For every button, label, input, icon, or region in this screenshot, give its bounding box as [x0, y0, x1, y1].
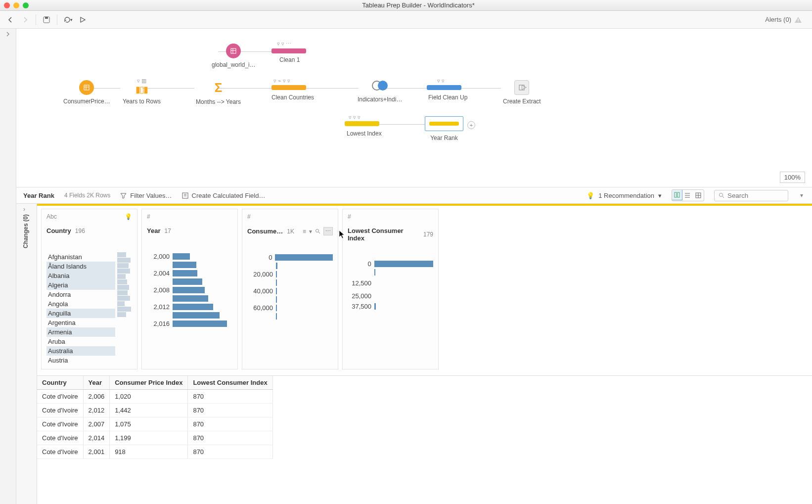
datasource-icon: [79, 80, 94, 95]
flow-node-year-rank[interactable]: + Year Rank: [425, 116, 463, 141]
minimize-window-button[interactable]: [13, 2, 19, 8]
list-view-button[interactable]: [682, 190, 693, 201]
svg-point-12: [316, 229, 319, 232]
table-cell: 2,001: [83, 445, 110, 459]
toolbar-forward-button[interactable]: [18, 13, 33, 27]
sort-icon[interactable]: ≡: [303, 228, 306, 235]
node-mini-icons: ▿ ⌁ ▿ ▿: [273, 78, 290, 84]
table-cell: 1,199: [110, 431, 188, 445]
node-label: Months --> Years: [196, 98, 241, 105]
warning-icon: [794, 16, 802, 24]
step-header-bar: Year Rank 4 Fields 2K Rows Filter Values…: [16, 187, 812, 204]
columns-icon: ▮▯▮: [123, 84, 161, 95]
svg-point-11: [720, 193, 723, 197]
maximize-window-button[interactable]: [23, 2, 29, 8]
create-calc-field-button[interactable]: Create Calculated Field…: [182, 192, 266, 199]
year-histogram: 2,000 2,004 2,008 2,012 2,016: [147, 252, 232, 328]
zoom-level[interactable]: 100%: [780, 172, 805, 183]
chevron-right-icon: [5, 32, 10, 37]
table-row[interactable]: Cote d'Ivoire2,0121,442870: [37, 404, 272, 417]
table-cell: 918: [110, 445, 188, 459]
changes-rail[interactable]: › Changes (0): [16, 204, 37, 504]
node-mini-icons: ▿ ▿: [437, 78, 445, 84]
svg-rect-5: [84, 85, 89, 90]
run-output-icon[interactable]: ▷: [522, 83, 527, 91]
node-mini-icons: ▿ ▿ ⋯: [277, 41, 291, 47]
toolbar-back-button[interactable]: [3, 13, 18, 27]
field-count: 179: [423, 231, 433, 238]
field-name: Country: [46, 227, 71, 234]
table-cell: Cote d'Ivoire: [37, 404, 83, 417]
more-options-button[interactable]: ⋯: [323, 227, 333, 235]
table-cell: 870: [188, 445, 272, 459]
table-row[interactable]: Cote d'Ivoire2,0071,075870: [37, 417, 272, 431]
svg-rect-8: [675, 192, 677, 197]
table-cell: 1,075: [110, 417, 188, 431]
field-card-consume[interactable]: # Consume… 1K ≡ ▾ ⋯ 0: [242, 209, 338, 369]
profile-view-button[interactable]: [672, 189, 682, 200]
alerts-indicator[interactable]: Alerts (0): [765, 16, 809, 24]
window-controls: [4, 2, 29, 8]
col-header[interactable]: Lowest Consumer Index: [188, 376, 272, 390]
col-header[interactable]: Consumer Price Index: [110, 376, 188, 390]
node-label: ConsumerPrice…: [63, 98, 110, 105]
expand-panel-button[interactable]: ▾: [798, 190, 805, 201]
table-row[interactable]: Cote d'Ivoire2,001918870: [37, 445, 272, 459]
grid-view-button[interactable]: [693, 190, 704, 201]
node-label: Field Clean Up: [428, 94, 467, 101]
field-name: Year: [147, 227, 160, 234]
table-cell: 870: [188, 390, 272, 404]
close-window-button[interactable]: [4, 2, 10, 8]
lightbulb-icon[interactable]: 💡: [125, 213, 132, 220]
flow-node-consumer-price[interactable]: ConsumerPrice…: [63, 80, 110, 105]
col-header[interactable]: Country: [37, 376, 83, 390]
search-input[interactable]: [714, 190, 788, 201]
filter-icon: [120, 192, 127, 199]
type-number-icon: #: [348, 213, 351, 220]
field-name: Consume…: [247, 228, 283, 235]
left-panel-handle[interactable]: [0, 29, 16, 504]
table-cell: 1,442: [110, 404, 188, 417]
chevron-down-icon[interactable]: ▾: [309, 228, 312, 235]
chevron-right-icon: ›: [23, 206, 25, 213]
node-label: global_world_i…: [212, 61, 256, 68]
field-card-country[interactable]: Abc 💡 Country 196 Afghanistan Åland Isla…: [41, 209, 137, 369]
col-header[interactable]: Year: [83, 376, 110, 390]
add-step-button[interactable]: +: [467, 121, 475, 129]
field-count: 196: [75, 228, 85, 234]
flow-node-indicators[interactable]: Indicators+Indi…: [358, 80, 402, 103]
macos-titlebar: Tableau Prep Builder - WorldIndicators*: [0, 0, 812, 11]
field-card-year[interactable]: # Year 17 2,000 2,004 2,008 2,01: [141, 209, 238, 369]
sigma-icon: Σ: [215, 80, 223, 95]
node-label: Year Rank: [425, 135, 463, 141]
table-row[interactable]: Cote d'Ivoire2,0141,199870: [37, 431, 272, 445]
type-number-icon: #: [147, 213, 150, 220]
svg-rect-3: [798, 21, 798, 22]
toolbar-refresh-button[interactable]: ▾: [60, 13, 75, 27]
node-label: Years to Rows: [123, 98, 161, 105]
field-count: 1K: [287, 228, 294, 235]
toolbar-save-button[interactable]: [39, 13, 54, 27]
filter-values-button[interactable]: Filter Values…: [120, 192, 172, 199]
flow-node-clean-1[interactable]: Clean 1: [279, 53, 300, 63]
flow-node-lowest-index[interactable]: Lowest Index: [347, 127, 382, 137]
node-label: Clean 1: [279, 56, 300, 63]
flow-node-months-years[interactable]: Σ Months --> Years: [196, 80, 241, 105]
table-row[interactable]: Cote d'Ivoire2,0061,020870: [37, 390, 272, 404]
table-cell: 870: [188, 431, 272, 445]
data-grid[interactable]: Country Year Consumer Price Index Lowest…: [37, 375, 812, 459]
flow-node-global-world[interactable]: global_world_i…: [212, 44, 256, 68]
step-title: Year Rank: [23, 192, 54, 199]
field-card-lowest[interactable]: # Lowest Consumer Index 179 0 12,500 25,…: [342, 209, 439, 369]
flow-node-field-clean-up[interactable]: Field Clean Up: [428, 91, 467, 101]
flow-node-clean-countries[interactable]: Clean Countries: [271, 91, 314, 101]
recommendations-button[interactable]: 💡 1 Recommendation ▾: [586, 192, 662, 199]
table-cell: Cote d'Ivoire: [37, 431, 83, 445]
search-field[interactable]: [727, 192, 784, 199]
flow-canvas[interactable]: global_world_i… ▿ ▿ ⋯ Clean 1 ConsumerPr…: [16, 29, 812, 187]
table-cell: Cote d'Ivoire: [37, 445, 83, 459]
toolbar-run-button[interactable]: [75, 13, 90, 27]
flow-node-create-extract[interactable]: ▷ Create Extract: [503, 80, 541, 105]
flow-node-years-to-rows[interactable]: ▿ ▥ ▮▯▮ Years to Rows: [123, 78, 161, 105]
search-icon[interactable]: [315, 229, 320, 234]
